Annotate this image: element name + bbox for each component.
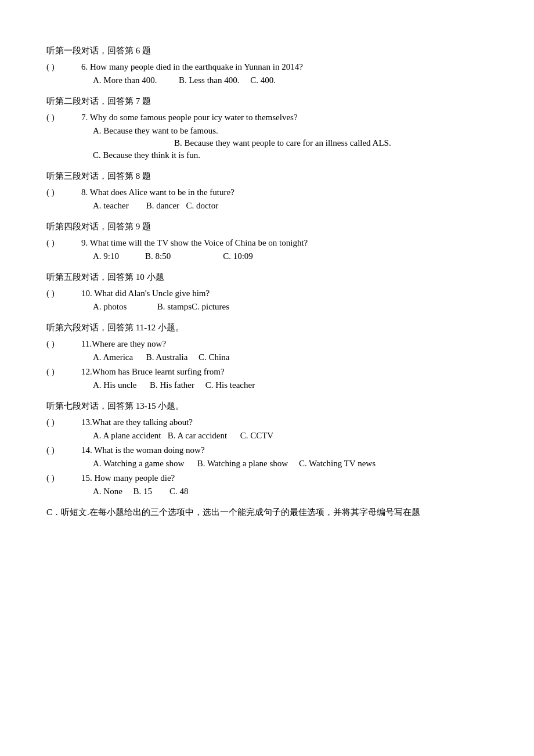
q7-opt-b: B. Because they want people to care for … [174, 138, 391, 147]
q11-opt-a: A. America [93, 352, 133, 362]
section-2: 听第二段对话，回答第 7 题 ( ) 7. Why do some famous… [46, 96, 488, 160]
q13-text: 13.What are they talking about? [81, 417, 488, 427]
q11-text: 11.Where are they now? [81, 339, 488, 349]
section-6-header: 听第六段对话，回答第 11-12 小题。 [46, 322, 488, 333]
q9-opt-b: B. 8:50 [145, 251, 171, 261]
section-3-header: 听第三段对话，回答第 8 题 [46, 171, 488, 182]
q9-text: 9. What time will the TV show the Voice … [81, 238, 488, 248]
q8-text: 8. What does Alice want to be in the fut… [81, 188, 488, 197]
q15-opt-a: A. None [93, 487, 122, 496]
section-7: 听第七段对话，回答第 13-15 小题。 ( ) 13.What are the… [46, 401, 488, 496]
q12-paren: ( ) [46, 367, 81, 377]
q12-opt-a: A. His uncle [93, 380, 136, 390]
section-1: 听第一段对话，回答第 6 题 ( ) 6. How many people di… [46, 45, 488, 85]
q7-opt-b-line: B. Because they want people to care for … [174, 138, 488, 148]
q10-opt-b: B. stampsC. pictures [157, 302, 229, 311]
section-1-header: 听第一段对话，回答第 6 题 [46, 45, 488, 56]
question-12-block: ( ) 12.Whom has Bruce learnt surfing fro… [46, 367, 488, 390]
q11-options: A. America B. Australia C. China [93, 352, 488, 362]
q10-opt-a: A. photos [93, 302, 127, 311]
q13-options: A. A plane accident B. A car accident C.… [93, 431, 488, 441]
q8-paren: ( ) [46, 188, 81, 197]
exam-content: 听第一段对话，回答第 6 题 ( ) 6. How many people di… [46, 45, 488, 518]
q14-options: A. Watching a game show B. Watching a pl… [93, 459, 488, 469]
q8-opt-a: A. teacher [93, 201, 129, 210]
q15-opt-c: C. 48 [169, 487, 189, 496]
question-14-line: ( ) 14. What is the woman doing now? [46, 445, 488, 455]
q6-opt-c: C. 400. [250, 75, 276, 85]
q8-opt-c: C. doctor [186, 201, 218, 210]
question-6-line: ( ) 6. How many people died in the earth… [46, 62, 488, 72]
q9-paren: ( ) [46, 238, 81, 248]
q10-paren: ( ) [46, 289, 81, 298]
section-4: 听第四段对话，回答第 9 题 ( ) 9. What time will the… [46, 221, 488, 261]
question-11-block: ( ) 11.Where are they now? A. America B.… [46, 339, 488, 362]
q7-opt-a: A. Because they want to be famous. [93, 126, 218, 135]
question-9-line: ( ) 9. What time will the TV show the Vo… [46, 238, 488, 248]
section-5: 听第五段对话，回答第 10 小题 ( ) 10. What did Alan's… [46, 272, 488, 312]
q9-opt-a: A. 9:10 [93, 251, 119, 261]
last-section: C．听短文.在每小题给出的三个选项中，选出一个能完成句子的最佳选项，并将其字母编… [46, 507, 488, 518]
q13-opt-a: A. A plane accident [93, 431, 161, 440]
q10-options: A. photos B. stampsC. pictures [93, 302, 488, 312]
section-4-header: 听第四段对话，回答第 9 题 [46, 221, 488, 232]
question-8-block: ( ) 8. What does Alice want to be in the… [46, 188, 488, 211]
q8-opt-b: B. dancer [146, 201, 179, 210]
q13-opt-b: B. A car accident [168, 431, 227, 440]
q11-paren: ( ) [46, 339, 81, 349]
q12-opt-b: B. His father [150, 380, 194, 390]
q10-text: 10. What did Alan's Uncle give him? [81, 289, 488, 298]
q15-options: A. None B. 15 C. 48 [93, 487, 488, 496]
question-15-line: ( ) 15. How many people die? [46, 473, 488, 483]
question-13-line: ( ) 13.What are they talking about? [46, 417, 488, 427]
last-section-text: C．听短文.在每小题给出的三个选项中，选出一个能完成句子的最佳选项，并将其字母编… [46, 507, 420, 517]
q8-options: A. teacher B. dancer C. doctor [93, 201, 488, 211]
question-9-block: ( ) 9. What time will the TV show the Vo… [46, 238, 488, 261]
q12-text: 12.Whom has Bruce learnt surfing from? [81, 367, 488, 377]
q7-opt-a-line: A. Because they want to be famous. [93, 126, 488, 136]
q11-opt-c: C. China [199, 352, 229, 362]
q15-text: 15. How many people die? [81, 473, 488, 483]
question-14-block: ( ) 14. What is the woman doing now? A. … [46, 445, 488, 469]
section-5-header: 听第五段对话，回答第 10 小题 [46, 272, 488, 283]
q6-options: A. More than 400. B. Less than 400. C. 4… [93, 75, 488, 85]
q12-options: A. His uncle B. His father C. His teache… [93, 380, 488, 390]
section-3: 听第三段对话，回答第 8 题 ( ) 8. What does Alice wa… [46, 171, 488, 211]
q6-opt-b: B. Less than 400. [179, 75, 240, 85]
question-6-block: ( ) 6. How many people died in the earth… [46, 62, 488, 85]
q15-opt-b: B. 15 [134, 487, 153, 496]
q9-opt-c: C. 10:09 [223, 251, 253, 261]
q14-paren: ( ) [46, 445, 81, 455]
section-7-header: 听第七段对话，回答第 13-15 小题。 [46, 401, 488, 412]
q7-opt-c-line: C. Because they think it is fun. [93, 150, 488, 160]
question-7-line: ( ) 7. Why do some famous people pour ic… [46, 113, 488, 123]
question-10-block: ( ) 10. What did Alan's Uncle give him? … [46, 289, 488, 312]
q12-opt-c: C. His teacher [205, 380, 255, 390]
q6-text: 6. How many people died in the earthquak… [81, 62, 488, 72]
q14-opt-c: C. Watching TV news [299, 459, 376, 468]
q14-opt-a: A. Watching a game show [93, 459, 184, 468]
q7-text: 7. Why do some famous people pour icy wa… [81, 113, 488, 123]
q13-opt-c: C. CCTV [240, 431, 274, 440]
q7-paren: ( ) [46, 113, 81, 123]
q14-opt-b: B. Watching a plane show [197, 459, 288, 468]
q14-text: 14. What is the woman doing now? [81, 445, 488, 455]
question-12-line: ( ) 12.Whom has Bruce learnt surfing fro… [46, 367, 488, 377]
q6-opt-a: A. More than 400. [93, 75, 157, 85]
section-6: 听第六段对话，回答第 11-12 小题。 ( ) 11.Where are th… [46, 322, 488, 390]
question-15-block: ( ) 15. How many people die? A. None B. … [46, 473, 488, 496]
question-11-line: ( ) 11.Where are they now? [46, 339, 488, 349]
q9-options: A. 9:10 B. 8:50 C. 10:09 [93, 251, 488, 261]
section-2-header: 听第二段对话，回答第 7 题 [46, 96, 488, 107]
q13-paren: ( ) [46, 417, 81, 427]
question-10-line: ( ) 10. What did Alan's Uncle give him? [46, 289, 488, 298]
question-7-block: ( ) 7. Why do some famous people pour ic… [46, 113, 488, 160]
q6-paren: ( ) [46, 62, 81, 72]
question-8-line: ( ) 8. What does Alice want to be in the… [46, 188, 488, 197]
q15-paren: ( ) [46, 473, 81, 483]
q7-opt-c: C. Because they think it is fun. [93, 150, 200, 160]
q11-opt-b: B. Australia [146, 352, 188, 362]
question-13-block: ( ) 13.What are they talking about? A. A… [46, 417, 488, 441]
